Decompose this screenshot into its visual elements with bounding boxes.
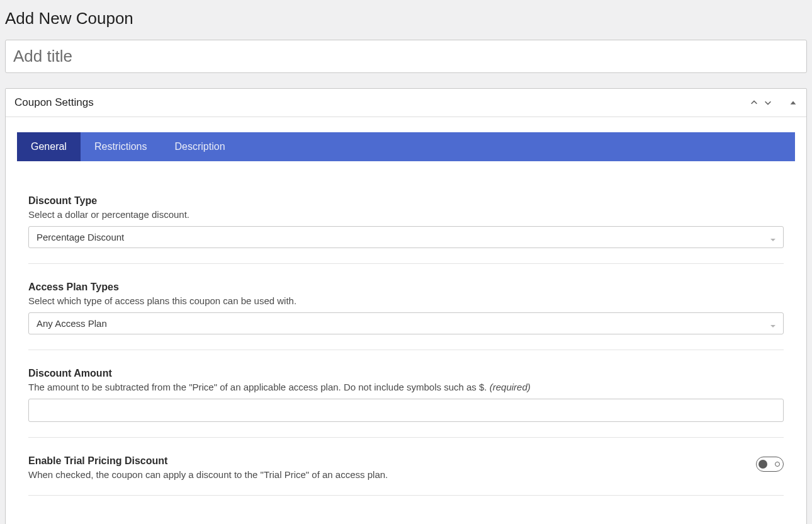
- discount-amount-required: (required): [490, 382, 531, 392]
- field-trial-pricing: Enable Trial Pricing Discount When check…: [28, 455, 784, 496]
- access-plan-types-label: Access Plan Types: [28, 282, 784, 293]
- discount-amount-input[interactable]: [28, 399, 784, 422]
- panel-collapse-icon[interactable]: [789, 98, 798, 107]
- page-title: Add New Coupon: [0, 0, 812, 40]
- field-discount-amount: Discount Amount The amount to be subtrac…: [28, 368, 784, 438]
- access-plan-types-select[interactable]: Any Access Plan: [28, 312, 784, 334]
- trial-pricing-description: When checked, the coupon can apply a dis…: [28, 469, 737, 480]
- access-plan-types-select-wrap: Any Access Plan: [28, 312, 784, 334]
- discount-amount-label: Discount Amount: [28, 368, 784, 379]
- trial-pricing-label: Enable Trial Pricing Discount: [28, 455, 737, 467]
- tab-bar: General Restrictions Description: [17, 132, 795, 161]
- trial-pricing-toggle[interactable]: [756, 457, 784, 472]
- toggle-knob-off-icon: [758, 460, 767, 469]
- tab-restrictions[interactable]: Restrictions: [81, 132, 161, 161]
- title-input[interactable]: [5, 40, 807, 73]
- panel-title: Coupon Settings: [14, 96, 94, 109]
- field-discount-type: Discount Type Select a dollar or percent…: [28, 195, 784, 264]
- discount-type-select[interactable]: Percentage Discount: [28, 226, 784, 248]
- discount-type-label: Discount Type: [28, 195, 784, 207]
- form-content: Discount Type Select a dollar or percent…: [17, 161, 795, 520]
- panel-body: General Restrictions Description Discoun…: [6, 117, 806, 524]
- toggle-knob-on-icon: [775, 462, 780, 467]
- field-access-plan-types: Access Plan Types Select which type of a…: [28, 282, 784, 350]
- discount-amount-description-text: The amount to be subtracted from the "Pr…: [28, 382, 490, 392]
- access-plan-types-description: Select which type of access plans this c…: [28, 295, 784, 306]
- chevron-up-icon[interactable]: [750, 98, 758, 107]
- tab-general[interactable]: General: [17, 132, 81, 161]
- discount-amount-description: The amount to be subtracted from the "Pr…: [28, 382, 784, 392]
- coupon-settings-panel: Coupon Settings General Restrictions Des…: [5, 88, 807, 524]
- chevron-down-icon[interactable]: [764, 98, 772, 107]
- discount-type-select-wrap: Percentage Discount: [28, 226, 784, 248]
- title-input-container: [0, 40, 812, 88]
- panel-header: Coupon Settings: [6, 89, 806, 117]
- tab-description[interactable]: Description: [161, 132, 239, 161]
- discount-type-description: Select a dollar or percentage discount.: [28, 209, 784, 220]
- panel-controls: [750, 98, 798, 107]
